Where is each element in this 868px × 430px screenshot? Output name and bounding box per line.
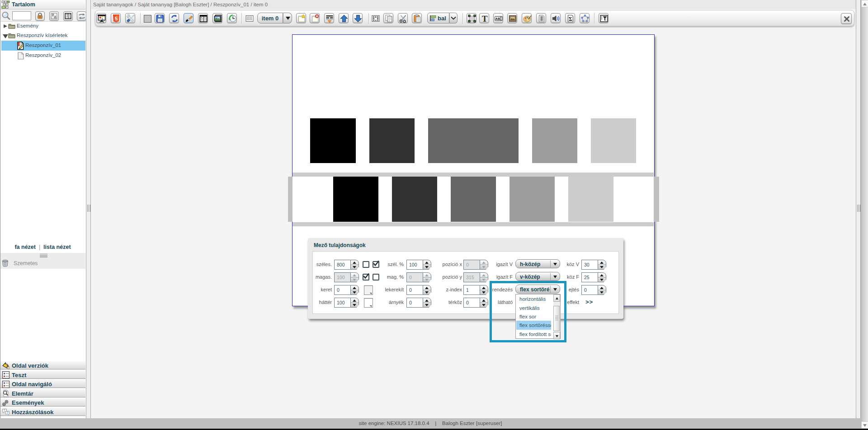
svg-text:Σ: Σ: [569, 16, 572, 22]
svg-text:5: 5: [115, 16, 118, 21]
svg-text:?: ?: [7, 411, 9, 414]
svg-text:?: ?: [4, 409, 5, 412]
svg-text:AB: AB: [495, 17, 500, 21]
svg-text:T: T: [482, 14, 488, 23]
